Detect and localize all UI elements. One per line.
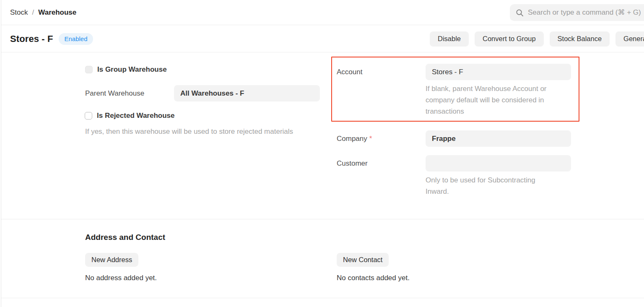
global-search[interactable] [510,4,644,21]
section-divider-bottom [1,298,644,298]
convert-to-group-button[interactable]: Convert to Group [475,31,544,47]
new-contact-button[interactable]: New Contact [337,253,389,267]
title-row: Stores - F Enabled Disable Convert to Gr… [1,26,644,52]
new-address-button[interactable]: New Address [85,253,138,267]
status-badge: Enabled [59,33,93,45]
customer-input[interactable] [426,155,571,172]
parent-warehouse-row: Parent Warehouse All Warehouses - F [85,85,320,101]
is-group-warehouse-row: Is Group Warehouse [85,65,167,74]
company-field-label: Company* [337,135,426,143]
account-row: Account Stores - F [337,64,571,80]
is-group-warehouse-checkbox [85,66,93,73]
breadcrumb-separator: / [32,8,34,17]
global-search-input[interactable] [528,8,644,17]
no-address-text: No address added yet. [85,274,157,282]
header-actions: Disable Convert to Group Stock Balance G… [430,31,644,47]
address-contact-heading: Address and Contact [85,233,165,242]
breadcrumb-stock[interactable]: Stock [10,8,28,17]
breadcrumb-warehouse[interactable]: Warehouse [38,8,76,17]
required-asterisk: * [369,135,372,143]
company-row: Company* Frappe [337,130,571,147]
breadcrumb: Stock / Warehouse [10,0,76,25]
parent-warehouse-field-label: Parent Warehouse [85,89,174,98]
no-contacts-text: No contacts added yet. [337,274,410,282]
page-title: Stores - F [10,34,53,44]
customer-help: Only to be used for Subcontracting Inwar… [426,174,556,197]
parent-warehouse-input[interactable]: All Warehouses - F [174,85,320,101]
customer-row: Customer [337,155,571,172]
warehouse-detail-page: Stock / Warehouse Stores - F Enabled Dis… [0,0,644,307]
navbar: Stock / Warehouse [1,0,644,25]
search-icon [516,9,524,17]
account-field-label: Account [337,68,426,76]
is-rejected-warehouse-row: Is Rejected Warehouse [85,112,175,120]
is-rejected-warehouse-help: If yes, then this warehouse will be used… [85,126,328,137]
section-divider-top [1,219,644,219]
account-input[interactable]: Stores - F [426,64,571,80]
general-ledger-button[interactable]: General Ledger [615,31,644,47]
stock-balance-button[interactable]: Stock Balance [550,31,610,47]
disable-button[interactable]: Disable [430,31,469,47]
account-help: If blank, parent Warehouse Account or co… [426,83,570,117]
is-rejected-warehouse-checkbox[interactable] [85,112,92,120]
company-input[interactable]: Frappe [426,130,571,147]
is-group-warehouse-label: Is Group Warehouse [97,65,167,74]
is-rejected-warehouse-label: Is Rejected Warehouse [97,112,175,120]
company-label-text: Company [337,135,367,143]
customer-field-label: Customer [337,159,426,168]
